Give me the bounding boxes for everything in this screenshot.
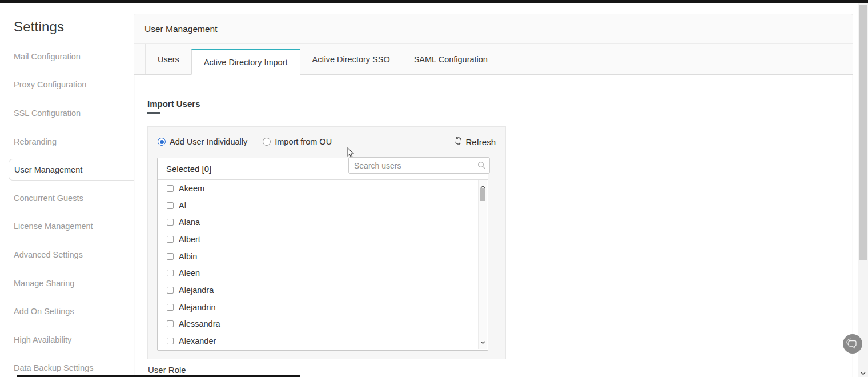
page-title: User Management [134, 14, 853, 44]
page-scroll-down-icon[interactable] [859, 368, 867, 376]
user-list-box: Selected [0] Akeem Al Alana Albert [157, 158, 488, 351]
tab-active-directory-import[interactable]: Active Directory Import [191, 49, 300, 75]
sidebar-nav: Mail Configuration Proxy Configuration S… [0, 42, 134, 377]
search-users-input[interactable] [348, 157, 490, 174]
user-row[interactable]: Albert [158, 231, 478, 248]
user-row[interactable]: Akeem [158, 180, 478, 197]
user-row[interactable]: Alana [158, 214, 478, 231]
user-checkbox[interactable] [167, 320, 174, 327]
user-checkbox[interactable] [167, 185, 174, 192]
import-mode-panel: Add User Individually Import from OU Ref… [147, 126, 506, 359]
mouse-cursor [347, 147, 355, 161]
user-checkbox[interactable] [167, 202, 174, 209]
sidebar-item-concurrent-guests[interactable]: Concurrent Guests [0, 184, 134, 212]
scroll-down-icon[interactable] [479, 337, 487, 347]
import-users-heading: Import Users [147, 99, 200, 109]
user-list: Akeem Al Alana Albert Albin Aleen Alejan… [158, 180, 478, 349]
radio-label-import-from-ou[interactable]: Import from OU [275, 137, 332, 146]
sidebar-item-high-availability[interactable]: High Availability [0, 326, 134, 354]
heading-underline [147, 112, 160, 114]
sidebar-item-data-backup-settings[interactable]: Data Backup Settings [0, 354, 134, 377]
search-icon [477, 161, 485, 171]
radio-label-add-user-individually[interactable]: Add User Individually [170, 137, 247, 146]
tab-content: Import Users Add User Individually Impor… [135, 75, 852, 377]
user-checkbox[interactable] [167, 287, 174, 294]
user-checkbox[interactable] [167, 253, 174, 260]
tab-active-directory-sso[interactable]: Active Directory SSO [300, 44, 402, 74]
import-mode-row: Add User Individually Import from OU Ref… [148, 127, 505, 157]
sidebar-item-license-management[interactable]: License Management [0, 212, 134, 241]
user-checkbox[interactable] [167, 304, 174, 311]
radio-import-from-ou[interactable] [263, 138, 271, 146]
sidebar-item-add-on-settings[interactable]: Add On Settings [0, 297, 134, 326]
sidebar-item-advanced-settings[interactable]: Advanced Settings [0, 240, 134, 269]
bottom-chrome-bar [17, 375, 300, 377]
user-checkbox[interactable] [167, 219, 174, 226]
tab-bar: Users Active Directory Import Active Dir… [134, 44, 853, 75]
chat-feedback-button[interactable] [843, 334, 862, 354]
sidebar-title: Settings [14, 19, 64, 35]
page-scroll-thumb[interactable] [859, 5, 867, 260]
sidebar-item-mail-configuration[interactable]: Mail Configuration [0, 42, 134, 71]
user-checkbox[interactable] [167, 270, 174, 276]
user-role-label: User Role [148, 365, 186, 375]
sidebar-item-rebranding[interactable]: Rebranding [0, 127, 134, 156]
refresh-label: Refresh [465, 137, 496, 147]
tab-saml-configuration[interactable]: SAML Configuration [402, 44, 500, 74]
sidebar-item-manage-sharing[interactable]: Manage Sharing [0, 269, 134, 298]
radio-add-user-individually[interactable] [158, 138, 166, 146]
tab-users[interactable]: Users [145, 44, 191, 74]
user-row[interactable]: Alejandrin [158, 299, 478, 316]
page-scrollbar[interactable] [858, 3, 868, 377]
sidebar-item-ssl-configuration[interactable]: SSL Configuration [0, 99, 134, 127]
top-chrome-bar [0, 0, 868, 3]
sidebar-item-user-management[interactable]: User Management [9, 159, 134, 181]
settings-sidebar: Settings Mail Configuration Proxy Config… [0, 3, 134, 377]
user-checkbox[interactable] [167, 236, 174, 243]
user-checkbox[interactable] [167, 338, 174, 344]
refresh-icon [454, 137, 463, 147]
user-row[interactable]: Albin [158, 248, 478, 265]
user-row[interactable]: Aleen [158, 264, 478, 282]
user-row[interactable]: Alessandra [158, 316, 478, 333]
list-scroll-thumb[interactable] [480, 188, 485, 201]
search-users [348, 157, 490, 174]
refresh-button[interactable]: Refresh [454, 137, 496, 147]
list-scrollbar[interactable] [478, 180, 487, 349]
user-row[interactable]: Al [158, 197, 478, 214]
user-row[interactable]: Alexander [158, 332, 478, 349]
user-row[interactable]: Alejandra [158, 282, 478, 299]
sidebar-item-proxy-configuration[interactable]: Proxy Configuration [0, 71, 134, 99]
user-management-card: User Management Users Active Directory I… [134, 14, 853, 377]
